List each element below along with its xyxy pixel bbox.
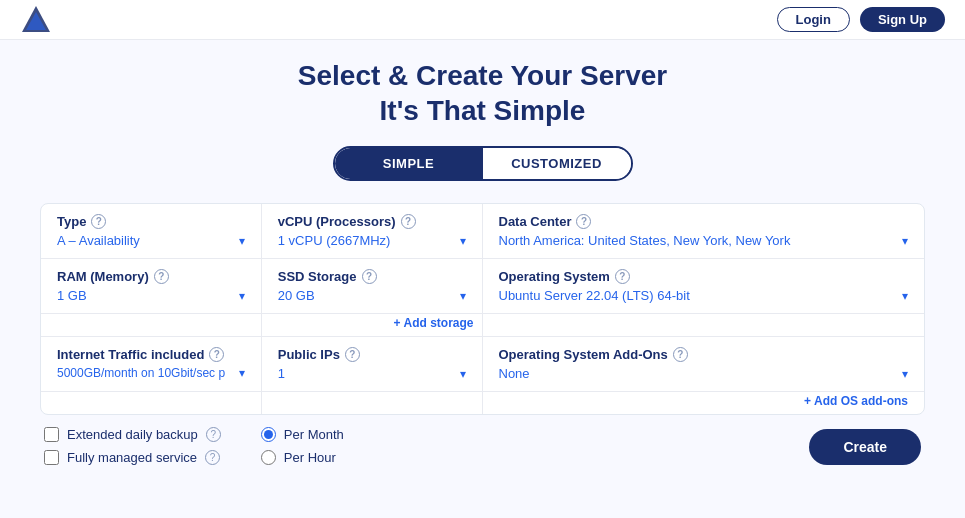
config-row-3: Internet Traffic included ? 5000GB/month… — [41, 337, 924, 392]
create-button[interactable]: Create — [809, 429, 921, 465]
managed-service-label: Fully managed service — [67, 450, 197, 465]
page-title-line1: Select & Create Your Server — [40, 58, 925, 93]
toggle-simple[interactable]: SIMPLE — [335, 148, 483, 179]
top-bar-right: Login Sign Up — [777, 7, 946, 32]
public-ips-chevron-icon: ▾ — [460, 367, 466, 381]
datacenter-help-icon[interactable]: ? — [576, 214, 591, 229]
datacenter-value: North America: United States, New York, … — [499, 233, 897, 248]
public-ips-label: Public IPs ? — [278, 347, 466, 362]
os-addons-chevron-icon: ▾ — [902, 367, 908, 381]
vcpu-chevron-icon: ▾ — [460, 234, 466, 248]
public-ips-help-icon[interactable]: ? — [345, 347, 360, 362]
ram-field: RAM (Memory) ? 1 GB ▾ — [41, 259, 262, 313]
public-ips-select[interactable]: 1 ▾ — [278, 366, 466, 381]
main-content: Select & Create Your Server It's That Si… — [0, 40, 965, 475]
type-field: Type ? A – Availability ▾ — [41, 204, 262, 258]
os-addons-help-icon[interactable]: ? — [673, 347, 688, 362]
ssd-value: 20 GB — [278, 288, 454, 303]
login-button[interactable]: Login — [777, 7, 850, 32]
add-storage-row: + Add storage — [41, 314, 924, 337]
config-row-1: Type ? A – Availability ▾ vCPU (Processo… — [41, 204, 924, 259]
managed-service-checkbox[interactable]: Fully managed service ? — [44, 450, 221, 465]
logo — [20, 4, 52, 36]
os-value: Ubuntu Server 22.04 (LTS) 64-bit — [499, 288, 897, 303]
add-os-addons-link[interactable]: + Add OS add-ons — [483, 392, 925, 414]
per-month-label: Per Month — [284, 427, 344, 442]
ssd-field: SSD Storage ? 20 GB ▾ — [262, 259, 483, 313]
per-month-input[interactable] — [261, 427, 276, 442]
checkbox-group: Extended daily backup ? Fully managed se… — [44, 427, 221, 465]
config-row-2: RAM (Memory) ? 1 GB ▾ SSD Storage ? 20 G… — [41, 259, 924, 314]
os-addons-select[interactable]: None ▾ — [499, 366, 909, 381]
vcpu-value: 1 vCPU (2667MHz) — [278, 233, 454, 248]
datacenter-chevron-icon: ▾ — [902, 234, 908, 248]
vcpu-field: vCPU (Processors) ? 1 vCPU (2667MHz) ▾ — [262, 204, 483, 258]
add-storage-link[interactable]: + Add storage — [262, 314, 483, 336]
ssd-help-icon[interactable]: ? — [362, 269, 377, 284]
backup-help-icon[interactable]: ? — [206, 427, 221, 442]
per-month-radio[interactable]: Per Month — [261, 427, 344, 442]
ssd-select[interactable]: 20 GB ▾ — [278, 288, 466, 303]
add-os-empty2 — [262, 392, 483, 414]
ram-chevron-icon: ▾ — [239, 289, 245, 303]
traffic-field: Internet Traffic included ? 5000GB/month… — [41, 337, 262, 391]
toggle-customized[interactable]: CUSTOMIZED — [483, 148, 631, 179]
billing-radio-group: Per Month Per Hour — [261, 427, 344, 465]
type-label: Type ? — [57, 214, 245, 229]
ram-select[interactable]: 1 GB ▾ — [57, 288, 245, 303]
extended-backup-input[interactable] — [44, 427, 59, 442]
extras-row: Extended daily backup ? Fully managed se… — [40, 427, 925, 465]
os-addons-field: Operating System Add-Ons ? None ▾ — [483, 337, 925, 391]
managed-service-input[interactable] — [44, 450, 59, 465]
traffic-value: 5000GB/month on 10Gbit/sec p — [57, 366, 233, 380]
traffic-label: Internet Traffic included ? — [57, 347, 245, 362]
signup-button[interactable]: Sign Up — [860, 7, 945, 32]
add-os-empty1 — [41, 392, 262, 414]
datacenter-label: Data Center ? — [499, 214, 909, 229]
os-field: Operating System ? Ubuntu Server 22.04 (… — [483, 259, 925, 313]
ram-label: RAM (Memory) ? — [57, 269, 245, 284]
managed-help-icon[interactable]: ? — [205, 450, 220, 465]
logo-icon — [20, 4, 52, 36]
add-storage-empty-left — [41, 314, 262, 336]
extended-backup-label: Extended daily backup — [67, 427, 198, 442]
ssd-chevron-icon: ▾ — [460, 289, 466, 303]
datacenter-select[interactable]: North America: United States, New York, … — [499, 233, 909, 248]
per-hour-input[interactable] — [261, 450, 276, 465]
type-help-icon[interactable]: ? — [91, 214, 106, 229]
ssd-label: SSD Storage ? — [278, 269, 466, 284]
ram-value: 1 GB — [57, 288, 233, 303]
os-addons-label: Operating System Add-Ons ? — [499, 347, 909, 362]
os-label: Operating System ? — [499, 269, 909, 284]
traffic-help-icon[interactable]: ? — [209, 347, 224, 362]
add-os-row: + Add OS add-ons — [41, 392, 924, 414]
top-bar: Login Sign Up — [0, 0, 965, 40]
vcpu-label: vCPU (Processors) ? — [278, 214, 466, 229]
os-help-icon[interactable]: ? — [615, 269, 630, 284]
vcpu-help-icon[interactable]: ? — [401, 214, 416, 229]
config-section: Type ? A – Availability ▾ vCPU (Processo… — [40, 203, 925, 415]
toggle-container: SIMPLE CUSTOMIZED — [333, 146, 633, 181]
toggle-bar: SIMPLE CUSTOMIZED — [40, 146, 925, 181]
os-select[interactable]: Ubuntu Server 22.04 (LTS) 64-bit ▾ — [499, 288, 909, 303]
per-hour-radio[interactable]: Per Hour — [261, 450, 344, 465]
create-btn-container: Create — [384, 427, 921, 465]
traffic-chevron-icon: ▾ — [239, 366, 245, 380]
add-storage-empty-right — [483, 314, 925, 336]
type-chevron-icon: ▾ — [239, 234, 245, 248]
datacenter-field: Data Center ? North America: United Stat… — [483, 204, 925, 258]
page-title: Select & Create Your Server It's That Si… — [40, 58, 925, 128]
per-hour-label: Per Hour — [284, 450, 336, 465]
os-chevron-icon: ▾ — [902, 289, 908, 303]
type-select[interactable]: A – Availability ▾ — [57, 233, 245, 248]
extended-backup-checkbox[interactable]: Extended daily backup ? — [44, 427, 221, 442]
traffic-select[interactable]: 5000GB/month on 10Gbit/sec p ▾ — [57, 366, 245, 380]
os-addons-value: None — [499, 366, 897, 381]
ram-help-icon[interactable]: ? — [154, 269, 169, 284]
page-title-line2: It's That Simple — [40, 93, 925, 128]
public-ips-value: 1 — [278, 366, 454, 381]
public-ips-field: Public IPs ? 1 ▾ — [262, 337, 483, 391]
type-value: A – Availability — [57, 233, 233, 248]
vcpu-select[interactable]: 1 vCPU (2667MHz) ▾ — [278, 233, 466, 248]
